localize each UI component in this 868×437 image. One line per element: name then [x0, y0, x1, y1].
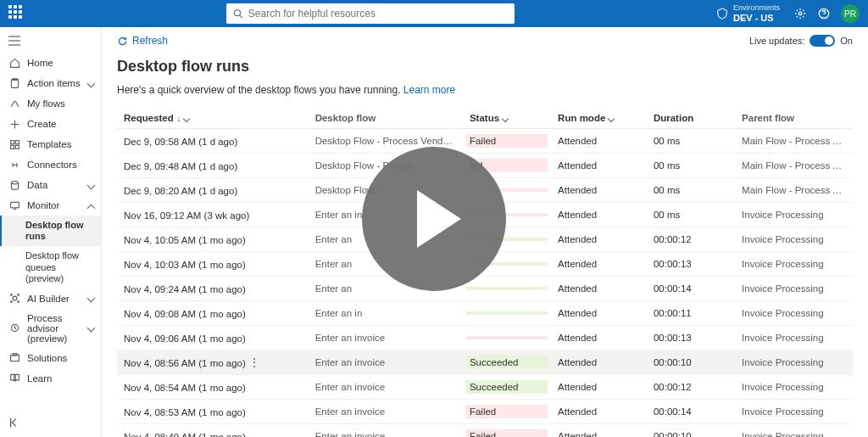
svg-rect-11: [10, 140, 14, 143]
cell-requested: Nov 4, 08:54 AM (1 mo ago) ⋮: [117, 375, 309, 400]
chevron-down-icon: [608, 115, 615, 122]
row-more-icon[interactable]: ⋮: [248, 356, 266, 369]
svg-point-15: [11, 181, 18, 183]
table-row[interactable]: Nov 4, 08:56 AM (1 mo ago) ⋮Enter an inv…: [117, 350, 853, 375]
live-updates-label: Live updates:: [749, 36, 804, 46]
cell-duration: 00:00:12: [647, 375, 735, 400]
column-duration[interactable]: Duration: [647, 108, 735, 129]
video-play-button[interactable]: [362, 147, 506, 291]
sidebar-item-label: Action items: [27, 78, 81, 88]
svg-rect-14: [15, 145, 19, 148]
cell-requested: Nov 4, 08:53 AM (1 mo ago) ⋮: [117, 400, 309, 424]
table-row[interactable]: Nov 4, 09:08 AM (1 mo ago) ⋮Enter an inA…: [117, 301, 853, 326]
table-row[interactable]: Nov 4, 08:49 AM (1 mo ago) ⋮Enter an inv…: [117, 424, 853, 438]
column-status[interactable]: Status: [463, 108, 551, 129]
cell-requested: Nov 16, 09:12 AM (3 wk ago) ⋮: [117, 203, 309, 227]
cell-parent-flow: Invoice Processing: [735, 277, 853, 301]
refresh-label: Refresh: [132, 35, 168, 47]
table-row[interactable]: Nov 4, 09:06 AM (1 mo ago) ⋮Enter an inv…: [117, 326, 853, 350]
settings-icon[interactable]: [793, 7, 807, 20]
cell-requested: Nov 4, 08:49 AM (1 mo ago) ⋮: [117, 424, 309, 438]
chevron-down-icon: [183, 115, 190, 122]
cell-desktop-flow: Enter an invoice: [309, 400, 463, 424]
sidebar-item-my-flows[interactable]: My flows: [0, 93, 101, 114]
cell-parent-flow: Invoice Processing: [735, 252, 853, 277]
sidebar-item-action-items[interactable]: Action items: [0, 73, 101, 93]
column-desktop-flow[interactable]: Desktop flow: [309, 108, 463, 129]
cell-desktop-flow: Enter an invoice: [309, 375, 463, 400]
sidebar-item-templates[interactable]: Templates: [0, 134, 101, 154]
environment-picker[interactable]: Environments DEV - US: [716, 4, 780, 23]
sidebar-item-label: Learn: [27, 373, 52, 384]
sidebar-item-label: Connectors: [27, 160, 77, 170]
svg-rect-13: [10, 145, 14, 148]
top-bar: Environments DEV - US PR: [0, 0, 868, 27]
sidebar-item-process-advisor[interactable]: Process advisor (preview): [0, 309, 101, 348]
command-bar: Refresh Live updates: On: [102, 27, 868, 54]
cell-run-mode: Attended: [551, 326, 647, 350]
avatar[interactable]: PR: [841, 4, 860, 23]
environment-label: Environments: [733, 4, 780, 13]
sidebar-item-label: Monitor: [27, 200, 59, 210]
cell-requested: Nov 4, 09:24 AM (1 mo ago) ⋮: [117, 277, 309, 301]
live-updates: Live updates: On: [749, 35, 853, 47]
live-updates-toggle[interactable]: [810, 35, 835, 47]
help-icon[interactable]: [817, 7, 831, 20]
cell-parent-flow: Invoice Processing: [735, 350, 853, 375]
data-icon: [8, 179, 20, 191]
sidebar-item-connectors[interactable]: Connectors: [0, 154, 101, 175]
clipboard-icon: [8, 77, 20, 89]
cell-duration: 00:00:12: [647, 227, 735, 252]
cell-requested: Nov 4, 09:06 AM (1 mo ago) ⋮: [117, 326, 309, 350]
svg-point-18: [13, 297, 17, 301]
cell-run-mode: Attended: [551, 178, 647, 203]
cell-run-mode: Attended: [551, 203, 647, 227]
cell-status: Failed: [463, 400, 551, 424]
cell-parent-flow: Invoice Processing: [735, 326, 853, 350]
flow-icon: [8, 98, 20, 109]
sidebar-sub-desktop-flow-queues[interactable]: Desktop flow queues (preview): [0, 246, 101, 289]
svg-point-2: [798, 12, 802, 15]
sidebar-item-create[interactable]: Create: [0, 114, 101, 134]
learn-more-link[interactable]: Learn more: [403, 84, 455, 96]
cell-parent-flow: Invoice Processing: [735, 227, 853, 252]
svg-rect-16: [10, 202, 19, 208]
svg-rect-7: [11, 79, 18, 87]
sidebar-collapse-icon[interactable]: [0, 410, 101, 437]
search-box[interactable]: [226, 3, 515, 24]
cell-run-mode: Attended: [551, 424, 647, 438]
refresh-icon: [117, 36, 128, 47]
table-row[interactable]: Dec 9, 09:58 AM (1 d ago) ⋮Desktop Flow …: [117, 129, 853, 154]
svg-point-21: [10, 301, 12, 303]
refresh-button[interactable]: Refresh: [117, 35, 168, 47]
cell-status: Succeeded: [463, 375, 551, 400]
sidebar-item-learn[interactable]: Learn: [0, 368, 101, 389]
cell-run-mode: Attended: [551, 227, 647, 252]
cell-status: [463, 301, 551, 326]
column-parent-flow[interactable]: Parent flow: [735, 108, 853, 129]
sidebar-sub-desktop-flow-runs[interactable]: Desktop flow runs: [0, 216, 101, 246]
sidebar-item-label: Create: [27, 119, 57, 129]
sidebar-item-data[interactable]: Data: [0, 175, 101, 195]
plus-icon: [8, 118, 20, 130]
connectors-icon: [8, 159, 20, 171]
ai-icon: [8, 293, 20, 305]
sidebar-item-solutions[interactable]: Solutions: [0, 348, 101, 368]
column-run-mode[interactable]: Run mode: [551, 108, 647, 129]
sidebar-item-monitor[interactable]: Monitor: [0, 195, 101, 216]
cell-requested: Dec 9, 08:20 AM (1 d ago) ⋮: [117, 178, 309, 203]
svg-line-1: [240, 15, 242, 18]
cell-run-mode: Attended: [551, 154, 647, 178]
table-row[interactable]: Nov 4, 09:24 AM (1 mo ago) ⋮Enter anAtte…: [117, 277, 853, 301]
sidebar-item-home[interactable]: Home: [0, 53, 101, 73]
cell-requested: Dec 9, 09:58 AM (1 d ago) ⋮: [117, 129, 309, 154]
search-input[interactable]: [248, 8, 509, 20]
table-row[interactable]: Nov 4, 08:53 AM (1 mo ago) ⋮Enter an inv…: [117, 400, 853, 424]
column-requested[interactable]: Requested↓: [117, 108, 309, 129]
cell-parent-flow: Invoice Processing: [735, 203, 853, 227]
app-launcher-icon[interactable]: [8, 5, 25, 22]
sidebar-item-ai-builder[interactable]: AI Builder: [0, 289, 101, 309]
monitor-icon: [8, 199, 20, 211]
table-row[interactable]: Nov 4, 08:54 AM (1 mo ago) ⋮Enter an inv…: [117, 375, 853, 400]
nav-toggle-icon[interactable]: [0, 31, 101, 53]
